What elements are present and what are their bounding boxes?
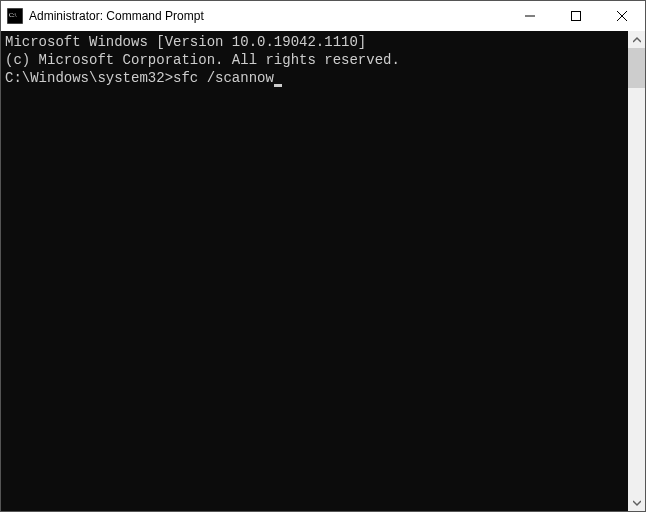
terminal-line: Microsoft Windows [Version 10.0.19042.11… <box>5 33 624 51</box>
terminal-line: (c) Microsoft Corporation. All rights re… <box>5 51 624 69</box>
cursor <box>274 84 282 87</box>
window-title: Administrator: Command Prompt <box>29 9 507 23</box>
maximize-icon <box>571 11 581 21</box>
terminal-output[interactable]: Microsoft Windows [Version 10.0.19042.11… <box>1 31 628 511</box>
scroll-up-button[interactable] <box>628 31 645 48</box>
maximize-button[interactable] <box>553 1 599 31</box>
close-button[interactable] <box>599 1 645 31</box>
command-input: sfc /scannow <box>173 70 274 86</box>
cmd-icon: C:\ <box>7 8 23 24</box>
minimize-button[interactable] <box>507 1 553 31</box>
close-icon <box>617 11 627 21</box>
prompt-path: C:\Windows\system32> <box>5 70 173 86</box>
scroll-down-button[interactable] <box>628 494 645 511</box>
command-prompt-window: C:\ Administrator: Command Prompt <box>0 0 646 512</box>
prompt-line: C:\Windows\system32>sfc /scannow <box>5 69 624 87</box>
svg-rect-3 <box>572 12 581 21</box>
window-controls <box>507 1 645 31</box>
scrollbar-thumb[interactable] <box>628 48 645 88</box>
vertical-scrollbar[interactable] <box>628 31 645 511</box>
svg-text:C:\: C:\ <box>9 12 17 18</box>
content-area: Microsoft Windows [Version 10.0.19042.11… <box>1 31 645 511</box>
titlebar[interactable]: C:\ Administrator: Command Prompt <box>1 1 645 31</box>
minimize-icon <box>525 11 535 21</box>
scrollbar-track[interactable] <box>628 48 645 494</box>
chevron-up-icon <box>633 36 641 44</box>
chevron-down-icon <box>633 499 641 507</box>
